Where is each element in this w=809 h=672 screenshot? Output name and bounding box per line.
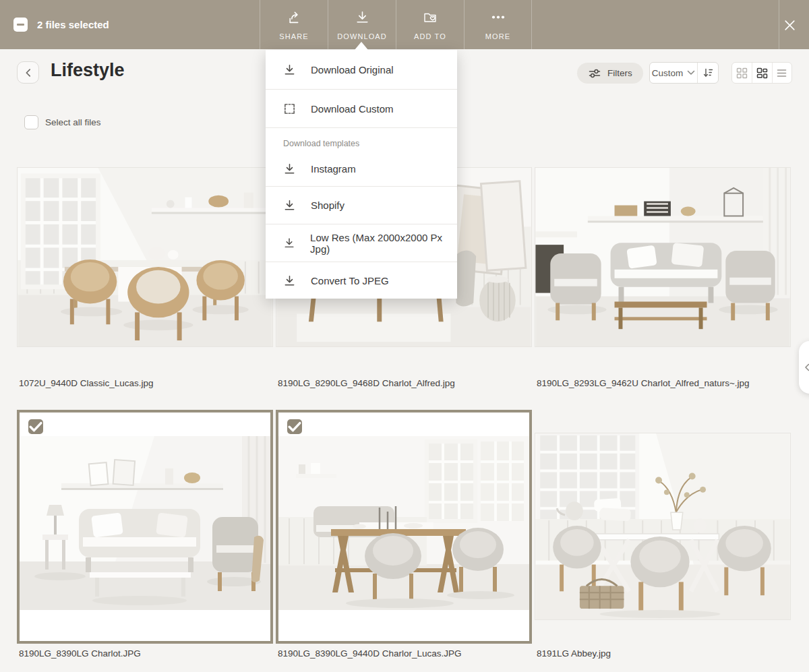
file-selected-checkbox[interactable] bbox=[287, 419, 302, 434]
deselect-all-checkbox[interactable] bbox=[13, 18, 28, 32]
file-name: 8190LG_8390LG_9440D Charlor_Lucas.JPG bbox=[278, 648, 461, 659]
download-button-label: DOWNLOAD bbox=[337, 32, 387, 40]
menu-section-label: Download templates bbox=[266, 128, 457, 151]
menu-item-convert-jpeg[interactable]: Convert To JPEG bbox=[266, 262, 457, 299]
file-thumbnail bbox=[535, 167, 791, 347]
menu-item-template-lowres[interactable]: Low Res (Max 2000x2000 Px Jpg) bbox=[266, 224, 457, 262]
close-selection-button[interactable] bbox=[781, 16, 798, 34]
list-icon bbox=[776, 67, 787, 79]
share-button[interactable]: SHARE bbox=[260, 0, 328, 49]
menu-item-label: Download Custom bbox=[311, 103, 394, 115]
file-thumbnail bbox=[20, 436, 270, 610]
file-card[interactable] bbox=[535, 433, 791, 620]
file-card[interactable] bbox=[535, 167, 791, 347]
check-icon bbox=[287, 340, 302, 514]
check-icon bbox=[28, 340, 43, 514]
custom-size-icon bbox=[283, 102, 296, 115]
file-selected-checkbox[interactable] bbox=[28, 419, 43, 434]
grid-small-icon bbox=[736, 67, 748, 79]
download-icon bbox=[283, 63, 296, 76]
sort-select[interactable]: Custom bbox=[650, 63, 697, 83]
sort-descending-icon bbox=[702, 67, 714, 79]
download-icon bbox=[355, 9, 370, 28]
asset-library-page: 2 files selected SHARE DO bbox=[0, 0, 809, 672]
menu-item-label: Shopify bbox=[311, 200, 344, 211]
sort-select-value: Custom bbox=[652, 68, 684, 78]
add-to-button[interactable]: ADD TO bbox=[396, 0, 464, 49]
select-all-label: Select all files bbox=[45, 117, 101, 127]
more-button[interactable]: MORE bbox=[464, 0, 532, 49]
chevron-left-icon bbox=[804, 363, 809, 372]
download-icon bbox=[283, 162, 296, 175]
filters-button-label: Filters bbox=[607, 68, 632, 78]
file-card-selected[interactable] bbox=[276, 410, 532, 644]
toolbar-divider bbox=[779, 0, 779, 49]
menu-item-download-original[interactable]: Download Original bbox=[266, 50, 457, 89]
filters-button[interactable]: Filters bbox=[577, 63, 643, 84]
close-icon bbox=[783, 19, 796, 32]
chevron-left-icon bbox=[24, 68, 32, 78]
file-thumbnail bbox=[17, 167, 273, 347]
folder-heart-icon bbox=[422, 9, 438, 28]
menu-item-label: Convert To JPEG bbox=[311, 275, 389, 286]
file-card[interactable] bbox=[17, 167, 273, 347]
file-name: 8190LG_8390LG Charlot.JPG bbox=[19, 648, 141, 659]
download-icon bbox=[283, 274, 296, 287]
menu-item-template-instagram[interactable]: Instagram bbox=[266, 151, 457, 186]
back-button[interactable] bbox=[17, 61, 39, 84]
more-dots-icon bbox=[489, 9, 507, 28]
view-grid-small-button[interactable] bbox=[732, 63, 752, 83]
share-icon bbox=[287, 9, 302, 28]
file-name: 8190LG_8290LG_9468D Charlot_Alfred.jpg bbox=[278, 378, 455, 388]
view-list-button[interactable] bbox=[772, 63, 791, 83]
select-all-row: Select all files bbox=[24, 115, 101, 129]
page-title: Lifestyle bbox=[51, 60, 125, 81]
download-icon bbox=[283, 199, 296, 212]
menu-item-template-shopify[interactable]: Shopify bbox=[266, 187, 457, 224]
selection-count-label: 2 files selected bbox=[37, 18, 109, 32]
file-thumbnail bbox=[278, 436, 529, 610]
download-icon bbox=[283, 237, 295, 249]
expand-panel-tab[interactable] bbox=[799, 341, 809, 394]
grid-masonry-icon bbox=[756, 67, 768, 79]
dropdown-caret bbox=[355, 42, 368, 50]
file-name: 8190LG_8293LG_9462U Charlot_Alfred_natur… bbox=[537, 378, 750, 388]
selection-toolbar: 2 files selected SHARE DO bbox=[0, 0, 809, 49]
filters-icon bbox=[588, 67, 601, 80]
indeterminate-minus-icon bbox=[17, 24, 24, 26]
download-dropdown-menu: Download Original Download Custom Downlo… bbox=[266, 50, 457, 299]
file-card-selected[interactable] bbox=[17, 410, 273, 644]
file-thumbnail bbox=[535, 433, 791, 620]
select-all-checkbox[interactable] bbox=[24, 115, 38, 129]
share-button-label: SHARE bbox=[279, 32, 308, 40]
view-grid-large-button[interactable] bbox=[752, 63, 771, 83]
menu-item-label: Instagram bbox=[311, 163, 356, 175]
menu-item-download-custom[interactable]: Download Custom bbox=[266, 90, 457, 127]
sort-control: Custom bbox=[649, 62, 719, 84]
more-button-label: MORE bbox=[485, 32, 510, 40]
add-to-button-label: ADD TO bbox=[414, 32, 446, 40]
file-name: 8191LG Abbey.jpg bbox=[537, 648, 611, 659]
menu-item-label: Low Res (Max 2000x2000 Px Jpg) bbox=[310, 232, 457, 255]
view-toggle bbox=[731, 62, 792, 84]
menu-item-label: Download Original bbox=[311, 64, 394, 75]
chevron-down-icon bbox=[687, 70, 695, 75]
toolbar-actions: SHARE DOWNLOAD ADD TO bbox=[260, 0, 532, 49]
sort-direction-button[interactable] bbox=[697, 63, 718, 83]
